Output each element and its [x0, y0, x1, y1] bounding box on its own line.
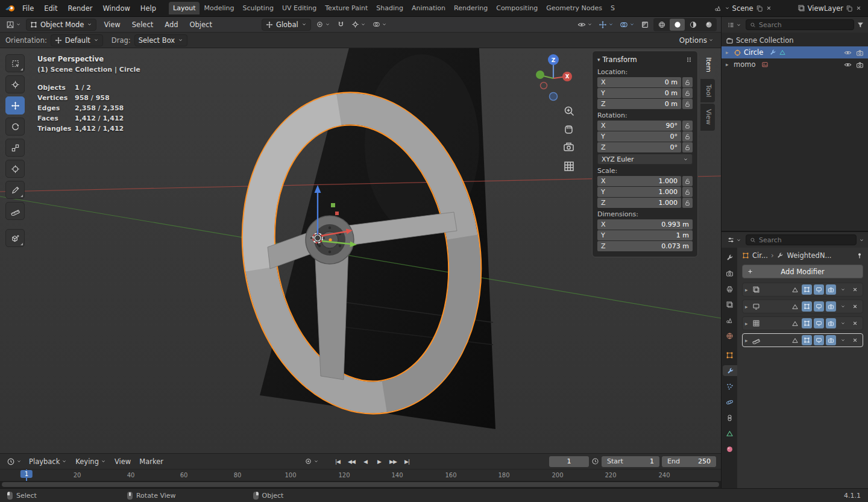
mode-dropdown[interactable]: Object Mode	[26, 19, 96, 31]
tab-view[interactable]: View	[700, 104, 715, 130]
auto-keying-button[interactable]	[303, 456, 321, 466]
shading-material-button[interactable]	[685, 19, 700, 31]
jump-to-end-button[interactable]: ▶|	[401, 456, 414, 467]
tool-annotate[interactable]	[5, 181, 25, 199]
dimension-y-field[interactable]: Y1 m	[597, 230, 693, 240]
delete-modifier-button[interactable]	[850, 284, 860, 295]
lock-button[interactable]	[682, 121, 693, 131]
tab-render-props[interactable]	[722, 268, 737, 278]
disable-render-camera-icon[interactable]	[856, 61, 864, 69]
new-viewlayer-icon[interactable]	[846, 5, 853, 12]
remove-viewlayer-icon[interactable]	[855, 5, 862, 11]
default-orientation-dropdown[interactable]: Default	[51, 34, 103, 46]
delete-modifier-button[interactable]	[850, 301, 860, 312]
blender-logo-icon[interactable]	[4, 3, 17, 14]
lock-button[interactable]	[682, 198, 693, 208]
tab-scene-props[interactable]	[722, 315, 737, 325]
rotation-x-field[interactable]: X90°	[597, 121, 681, 131]
tab-uv-editing[interactable]: UV Editing	[278, 2, 321, 14]
tab-tool[interactable]: Tool	[700, 79, 715, 102]
lock-button[interactable]	[682, 176, 693, 186]
tool-transform[interactable]	[5, 160, 25, 178]
disable-render-camera-icon[interactable]	[856, 49, 864, 57]
end-frame-field[interactable]: End250	[662, 456, 716, 467]
viewlayer-selector[interactable]: ViewLayer	[795, 3, 864, 14]
expand-arrow-icon[interactable]: ▸	[745, 287, 750, 293]
next-keyframe-button[interactable]: ▶▶	[387, 456, 400, 467]
tool-select-box[interactable]	[5, 54, 25, 72]
proportional-edit-button[interactable]	[371, 19, 389, 30]
shading-rendered-button[interactable]	[701, 19, 716, 31]
tab-rendering[interactable]: Rendering	[450, 2, 492, 14]
lock-button[interactable]	[682, 77, 693, 87]
breadcrumb-modifier[interactable]: WeightedN...	[787, 251, 831, 260]
modifier-extras-button[interactable]	[838, 335, 848, 345]
lock-button[interactable]	[682, 88, 693, 98]
scale-z-field[interactable]: Z1.000	[597, 198, 681, 208]
render-display-toggle[interactable]	[826, 301, 836, 312]
orientation-dropdown[interactable]: Global	[262, 19, 311, 31]
unlink-scene-icon[interactable]	[766, 5, 772, 11]
scale-y-field[interactable]: Y1.000	[597, 187, 681, 197]
tab-material-props[interactable]	[722, 444, 737, 454]
menu-add[interactable]: Add	[160, 19, 182, 31]
dimension-x-field[interactable]: X0.993 m	[597, 219, 693, 230]
overlays-dropdown[interactable]	[618, 19, 637, 30]
shading-wireframe-button[interactable]	[654, 19, 669, 31]
drag-dropdown[interactable]: Select Box	[134, 34, 188, 46]
start-frame-field[interactable]: Start1	[602, 456, 659, 467]
tab-sculpting[interactable]: Sculpting	[239, 2, 278, 14]
menu-view[interactable]: View	[99, 19, 124, 31]
playhead-badge[interactable]: 1	[20, 470, 33, 478]
tool-measure[interactable]	[5, 202, 25, 220]
menu-edit[interactable]: Edit	[39, 2, 62, 14]
frame-range-clock-icon[interactable]	[591, 457, 599, 465]
tool-add-cube[interactable]	[5, 229, 25, 247]
location-x-field[interactable]: X0 m	[597, 77, 681, 87]
visibility-dropdown[interactable]	[576, 19, 594, 30]
render-display-toggle[interactable]	[826, 335, 836, 345]
expand-arrow-icon[interactable]: ▸	[745, 321, 750, 327]
previous-keyframe-button[interactable]: ◀◀	[345, 456, 358, 467]
tab-compositing[interactable]: Compositing	[492, 2, 542, 14]
timeline-editor-type-button[interactable]	[5, 456, 24, 467]
lock-button[interactable]	[682, 187, 693, 197]
editmode-display-toggle[interactable]	[802, 335, 812, 345]
menu-window[interactable]: Window	[98, 2, 134, 14]
editor-type-button[interactable]	[4, 19, 23, 30]
editmode-display-toggle[interactable]	[802, 284, 812, 295]
hide-eye-icon[interactable]	[844, 49, 852, 57]
xray-toggle[interactable]	[639, 19, 651, 30]
menu-help[interactable]: Help	[136, 2, 161, 14]
outliner-search-input[interactable]	[759, 21, 850, 29]
image-data-icon[interactable]	[761, 61, 769, 68]
tab-physics-props[interactable]	[722, 397, 737, 407]
pin-icon[interactable]	[856, 252, 863, 259]
location-y-field[interactable]: Y0 m	[597, 88, 681, 98]
scrollbar-thumb[interactable]	[2, 482, 719, 487]
realtime-display-toggle[interactable]	[814, 301, 824, 312]
outliner-search[interactable]	[746, 19, 854, 30]
rotation-y-field[interactable]: Y0°	[597, 131, 681, 142]
modifier-row-active[interactable]: ▸	[742, 333, 863, 347]
tool-cursor[interactable]	[5, 75, 25, 93]
hide-eye-icon[interactable]	[844, 61, 852, 69]
on-cage-toggle[interactable]	[790, 335, 800, 345]
breadcrumb-object[interactable]: Cir...	[752, 251, 768, 260]
menu-render[interactable]: Render	[63, 2, 98, 14]
tab-animation[interactable]: Animation	[407, 2, 450, 14]
expand-arrow-icon[interactable]: ▸	[745, 304, 750, 310]
tab-world-props[interactable]	[722, 330, 737, 341]
properties-editor-type-button[interactable]	[725, 235, 743, 245]
menu-tl-view[interactable]: View	[112, 456, 134, 467]
tab-particles-props[interactable]	[722, 381, 737, 392]
expand-arrow-icon[interactable]: ▸	[745, 337, 750, 344]
on-cage-toggle[interactable]	[790, 284, 800, 295]
outliner-editor-type-button[interactable]	[725, 20, 743, 30]
delete-modifier-button[interactable]	[850, 318, 860, 328]
editmode-display-toggle[interactable]	[802, 318, 812, 328]
outliner-item-circle[interactable]: ▸ Circle	[722, 46, 868, 58]
rotation-mode-dropdown[interactable]: XYZ Euler	[597, 154, 693, 165]
on-cage-toggle[interactable]	[790, 301, 800, 312]
outliner-item-momo[interactable]: ▸ momo	[722, 58, 868, 71]
